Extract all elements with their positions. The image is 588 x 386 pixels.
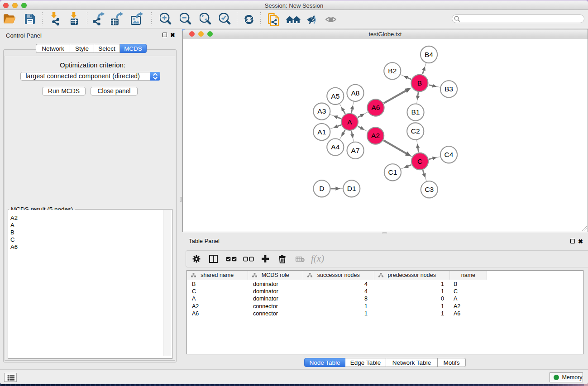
svg-text:A5: A5 <box>331 92 339 100</box>
svg-text:B4: B4 <box>425 51 433 58</box>
svg-text:A: A <box>347 118 352 126</box>
svg-text:D: D <box>319 185 324 192</box>
svg-text:C4: C4 <box>445 151 454 158</box>
svg-text:B: B <box>417 79 422 87</box>
svg-text:A1: A1 <box>317 128 326 136</box>
svg-text:B1: B1 <box>411 108 420 116</box>
svg-text:A3: A3 <box>317 107 326 115</box>
svg-text:D1: D1 <box>347 185 356 192</box>
svg-text:C: C <box>417 157 422 165</box>
svg-text:C2: C2 <box>411 127 420 135</box>
svg-text:A2: A2 <box>371 132 380 139</box>
svg-text:C1: C1 <box>388 168 397 176</box>
svg-text:A7: A7 <box>351 147 360 154</box>
svg-text:B3: B3 <box>445 85 453 93</box>
svg-text:C3: C3 <box>425 186 434 193</box>
svg-text:B2: B2 <box>388 67 397 75</box>
svg-text:A4: A4 <box>331 143 339 151</box>
svg-text:A8: A8 <box>351 89 360 97</box>
svg-text:A6: A6 <box>372 104 380 111</box>
